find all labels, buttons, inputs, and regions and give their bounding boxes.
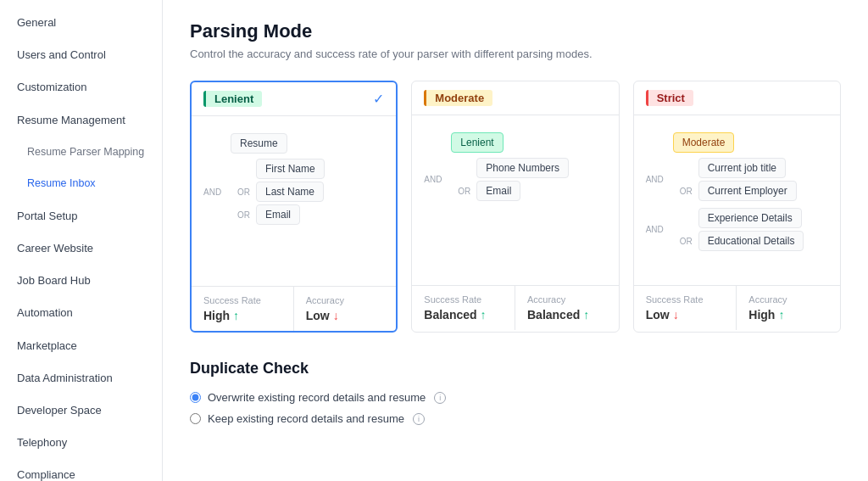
- sidebar-item-customization[interactable]: Customization: [0, 71, 162, 103]
- sidebar-item-portal-setup[interactable]: Portal Setup: [0, 200, 162, 232]
- cond-lastname: Last Name: [256, 182, 324, 202]
- mode-label-moderate: Moderate: [424, 90, 492, 106]
- mode-footer-moderate: Success Rate Balanced ↑ Accuracy Balance…: [412, 285, 618, 330]
- arrow-down-icon: ↓: [333, 309, 339, 322]
- cond-email-moderate: Email: [476, 181, 520, 201]
- mode-card-strict[interactable]: Strict Moderate AND Current job title: [633, 81, 841, 333]
- success-rate-value-lenient: High ↑: [203, 309, 281, 322]
- cond-email-lenient: Email: [256, 204, 300, 225]
- duplicate-check-options: Overwrite existing record details and re…: [190, 391, 841, 425]
- sidebar-item-resume-parser-mapping[interactable]: Resume Parser Mapping: [0, 137, 162, 169]
- sidebar-item-automation[interactable]: Automation: [0, 297, 162, 329]
- radio-overwrite-input[interactable]: [190, 392, 201, 403]
- success-rate-cell-strict: Success Rate Low ↓: [634, 286, 737, 330]
- mode-header-moderate: Moderate: [412, 81, 618, 115]
- mode-header-lenient: Lenient ✓: [192, 82, 396, 116]
- radio-keep-input[interactable]: [190, 413, 201, 424]
- cond-employer: Current Employer: [698, 181, 797, 201]
- cond-phone: Phone Numbers: [476, 158, 569, 178]
- sidebar-item-data-administration[interactable]: Data Administration: [0, 362, 162, 394]
- success-rate-value-strict: Low ↓: [646, 308, 725, 322]
- mode-body-moderate: Lenient AND Phone Numbers OR Email: [412, 115, 618, 285]
- accuracy-cell-strict: Accuracy High ↑: [737, 286, 840, 330]
- success-rate-label: Success Rate: [203, 295, 281, 305]
- sidebar-item-career-website[interactable]: Career Website: [0, 232, 162, 265]
- mode-header-strict: Strict: [634, 81, 840, 115]
- sidebar-item-general[interactable]: General: [0, 7, 162, 39]
- arrow-up-icon-sa: ↑: [778, 308, 784, 322]
- sidebar-item-compliance[interactable]: Compliance: [0, 459, 162, 481]
- sidebar-item-resume-management[interactable]: Resume Management: [0, 104, 162, 137]
- success-rate-cell-lenient: Success Rate High ↑: [192, 287, 294, 331]
- page-subtitle: Control the accuracy and success rate of…: [190, 48, 841, 60]
- success-rate-cell-moderate: Success Rate Balanced ↑: [412, 286, 515, 330]
- and-label: AND: [203, 187, 225, 197]
- radio-overwrite[interactable]: Overwrite existing record details and re…: [190, 391, 841, 404]
- mode-body-strict: Moderate AND Current job title OR Curren…: [634, 115, 840, 285]
- accuracy-cell-moderate: Accuracy Balanced ↑: [515, 286, 619, 330]
- accuracy-value-lenient: Low ↓: [306, 309, 385, 322]
- sidebar: GeneralUsers and ControlCustomizationRes…: [0, 0, 163, 481]
- cond-jobtitle: Current job title: [698, 158, 786, 178]
- accuracy-label: Accuracy: [306, 295, 385, 305]
- sidebar-item-job-board-hub[interactable]: Job Board Hub: [0, 265, 162, 297]
- mode-label-strict: Strict: [646, 90, 693, 106]
- mode-footer-strict: Success Rate Low ↓ Accuracy High ↑: [634, 285, 840, 330]
- accuracy-cell-lenient: Accuracy Low ↓: [294, 287, 397, 331]
- mode-card-moderate[interactable]: Moderate Lenient AND Phone Numbers: [411, 81, 619, 333]
- page-title: Parsing Mode: [190, 20, 841, 42]
- success-rate-value-moderate: Balanced ↑: [424, 308, 503, 322]
- sidebar-item-users-control[interactable]: Users and Control: [0, 39, 162, 71]
- cond-resume: Resume: [231, 133, 287, 154]
- cond-firstname: First Name: [256, 159, 325, 179]
- mode-footer-lenient: Success Rate High ↑ Accuracy Low ↓: [192, 286, 396, 331]
- arrow-up-icon-m: ↑: [481, 308, 487, 322]
- arrow-up-icon: ↑: [233, 309, 239, 322]
- arrow-up-icon-ma: ↑: [583, 308, 589, 322]
- cond-lenient-inner: Lenient: [451, 132, 503, 153]
- sidebar-item-resume-inbox[interactable]: Resume Inbox: [0, 168, 162, 200]
- arrow-down-icon-s: ↓: [673, 308, 679, 322]
- mode-label-lenient: Lenient: [203, 91, 262, 107]
- accuracy-value-moderate: Balanced ↑: [527, 308, 607, 322]
- accuracy-value-strict: High ↑: [748, 308, 828, 322]
- cond-experience: Experience Details: [698, 208, 802, 228]
- mode-card-lenient[interactable]: Lenient ✓ Resume AND First Name: [190, 81, 398, 333]
- duplicate-check-title: Duplicate Check: [190, 360, 841, 378]
- info-icon-keep[interactable]: i: [413, 413, 425, 425]
- duplicate-check-section: Duplicate Check Overwrite existing recor…: [190, 360, 841, 425]
- modes-grid: Lenient ✓ Resume AND First Name: [190, 81, 841, 333]
- radio-keep[interactable]: Keep existing record details and resume …: [190, 412, 841, 425]
- mode-body-lenient: Resume AND First Name OR Last Name: [192, 116, 396, 286]
- sidebar-item-developer-space[interactable]: Developer Space: [0, 394, 162, 427]
- cond-moderate-inner: Moderate: [673, 132, 735, 153]
- check-icon: ✓: [373, 91, 384, 107]
- sidebar-item-telephony[interactable]: Telephony: [0, 427, 162, 459]
- sidebar-item-marketplace[interactable]: Marketplace: [0, 330, 162, 362]
- info-icon-overwrite[interactable]: i: [434, 392, 446, 404]
- cond-education: Educational Details: [698, 231, 804, 251]
- radio-overwrite-label: Overwrite existing record details and re…: [208, 391, 426, 404]
- main-content: Parsing Mode Control the accuracy and su…: [163, 0, 868, 481]
- radio-keep-label: Keep existing record details and resume: [208, 412, 404, 425]
